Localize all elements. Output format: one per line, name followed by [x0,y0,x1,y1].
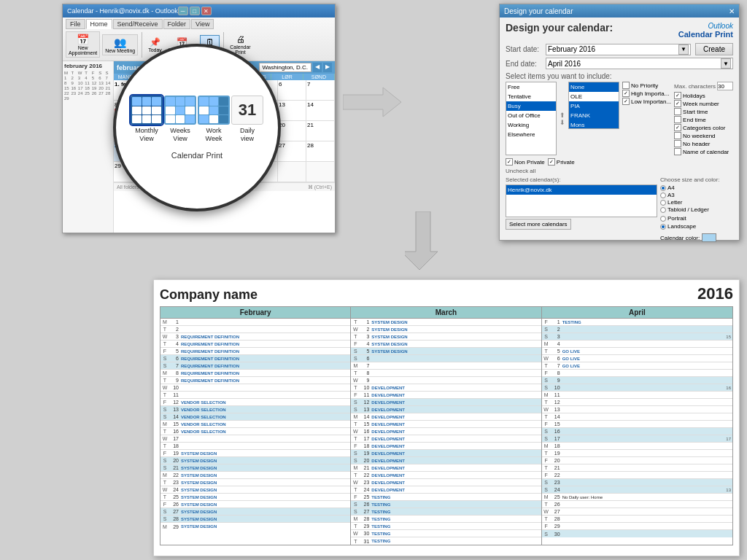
cal-cell-feb14[interactable]: 14 [306,101,335,121]
label-frank[interactable]: FRANK [569,111,619,120]
status-tentative[interactable]: Tentative [506,92,556,101]
chk-no-header[interactable] [674,140,681,147]
design-close-btn[interactable]: ✕ [729,7,735,15]
day-num: 12 [551,400,561,405]
ribbon-tab-home[interactable]: Home [86,19,112,29]
table-row: S14VENDOR SELECTION [160,413,350,421]
weeks-view-option[interactable]: WeeksView [164,96,196,143]
cal-cell-feb21[interactable]: 21 [306,121,335,141]
check-holidays[interactable]: Holidays [674,92,733,99]
chk-start-time[interactable] [674,108,681,115]
check-high-import[interactable]: High Importa... [622,90,671,97]
next-month-btn[interactable]: ▶ [323,63,332,72]
status-list[interactable]: Free Tentative Busy Out of Office Workin… [506,82,557,155]
start-date-input[interactable]: February 2016 ▼ [546,44,691,55]
chk-week-num[interactable] [674,100,681,107]
start-date-picker-btn[interactable]: ▼ [678,44,689,55]
size-a3[interactable]: A3 [660,192,733,198]
prev-month-btn[interactable]: ◀ [313,63,322,72]
chk-name-cal[interactable] [674,148,681,155]
cal-cell-feb6[interactable]: 6 [278,80,306,101]
chk-non-private[interactable] [506,158,513,166]
cal-cell-mar6[interactable] [306,162,335,182]
check-non-private[interactable]: Non Private [506,158,545,166]
chk-private[interactable] [548,158,555,166]
ribbon-tab-file[interactable]: File [66,19,85,29]
day-header-sun: SØND [303,74,335,80]
daily-view-option[interactable]: 31 Dailyview [231,96,263,143]
uncheck-all-link[interactable]: Uncheck all [506,168,733,174]
label-list[interactable]: None OLE PIA FRANK Mons Privat Persona P… [568,82,619,129]
minimize-button[interactable]: ─ [178,7,188,15]
new-appointment-btn[interactable]: 📅 New Appointment [66,31,100,58]
cal-cell-feb28[interactable]: 28 [306,141,335,162]
chk-holidays[interactable] [674,92,681,99]
day-num: 29 [360,524,370,529]
label-ole[interactable]: OLE [569,92,619,101]
label-none[interactable]: None [569,82,619,92]
close-button[interactable]: ✕ [201,7,212,15]
day-num: 12 [360,400,370,405]
chk-no-weekend[interactable] [674,132,681,139]
ribbon-tab-send[interactable]: Send/Receive [113,19,163,29]
cal-cell-feb7[interactable]: 7 [306,80,335,101]
cal-cell-feb20[interactable]: 20 [278,121,306,141]
color-swatch[interactable] [702,233,716,242]
check-week-num[interactable]: Week number [674,100,733,107]
radio-a3[interactable] [660,192,666,198]
cal-list[interactable]: Henrik@novix.dk [506,184,657,217]
chk-box-high[interactable] [622,90,630,97]
cal-cell-mar5[interactable] [278,162,306,182]
cal-cell-feb27[interactable]: 27 [278,141,306,162]
check-private[interactable]: Private [548,158,575,166]
radio-landscape[interactable] [660,224,666,230]
orient-portrait[interactable]: Portrait [660,215,733,222]
check-no-weekend[interactable]: No weekend [674,132,733,139]
radio-a4[interactable] [660,185,666,191]
create-button[interactable]: Create [695,43,733,55]
work-week-option[interactable]: WorkWeek [198,96,230,143]
end-date-picker-btn[interactable]: ▼ [721,58,731,69]
end-date-input[interactable]: April 2016 ▼ [546,58,733,69]
check-start-time[interactable]: Start time [674,108,733,115]
design-titlebar: Design your calendar ✕ [500,4,739,18]
max-chars-input[interactable] [717,82,733,90]
label-pia[interactable]: PIA [569,101,619,111]
day-code: S [160,363,169,368]
label-mons[interactable]: Mons [569,120,619,129]
low-priority-label: Low Importan... [631,98,671,105]
radio-letter[interactable] [660,200,666,206]
check-no-header[interactable]: No header [674,140,733,147]
check-no-priority[interactable]: No Priority [622,82,671,89]
select-more-btn[interactable]: Select more calendars [506,219,571,230]
day-num: 21 [360,465,370,470]
orient-landscape[interactable]: Landscape [660,223,733,230]
chk-cat-color[interactable] [674,124,681,131]
day-num: 25 [360,494,370,499]
status-free[interactable]: Free [506,82,556,92]
chk-box-no-priority[interactable] [622,82,630,89]
maximize-button[interactable]: □ [190,7,200,15]
size-a4[interactable]: A4 [660,184,733,191]
chk-end-time[interactable] [674,116,681,123]
day-code: S [160,509,169,514]
check-cat-color[interactable]: Categories color [674,124,733,131]
new-meeting-btn[interactable]: 👥 New Meeting [102,34,138,55]
cal-cell-feb13[interactable]: 13 [278,101,306,121]
cal-list-item-henrik[interactable]: Henrik@novix.dk [506,185,657,195]
size-letter[interactable]: Letter [660,199,733,206]
chk-box-low[interactable] [622,98,630,105]
check-low-import[interactable]: Low Importan... [622,98,671,105]
status-busy[interactable]: Busy [506,101,556,111]
check-end-time[interactable]: End time [674,116,733,123]
status-out-of-office[interactable]: Out of Office [506,111,556,120]
ribbon-tab-view[interactable]: View [191,19,214,29]
radio-portrait[interactable] [660,216,666,222]
radio-tabloid[interactable] [660,207,666,213]
check-name-cal[interactable]: Name of calendar [674,148,733,155]
size-tabloid[interactable]: Tabloid / Ledger [660,206,733,213]
status-working-elsewhere[interactable]: Working Elsewhere [506,120,556,139]
ribbon-tab-folder[interactable]: Folder [163,19,191,29]
monthly-view-option[interactable]: MonthlyView [131,96,163,143]
day-num: 19 [551,451,561,456]
